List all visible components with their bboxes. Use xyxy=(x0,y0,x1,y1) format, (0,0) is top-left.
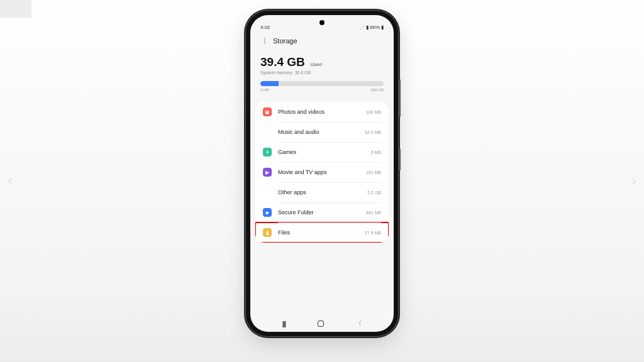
nav-recents[interactable]: ||| xyxy=(282,321,286,327)
category-label: Secure Folder xyxy=(278,209,366,216)
category-label: Photos and videos xyxy=(278,109,366,115)
used-label: Used xyxy=(310,62,322,67)
category-row-music[interactable]: ♪Music and audio52.6 MB xyxy=(255,122,389,142)
category-row-files[interactable]: ▮Files27.9 MB xyxy=(255,222,389,243)
category-size: 27.9 MB xyxy=(365,231,381,235)
wifi-icon: ⋰ xyxy=(360,25,365,30)
secure-icon: ■ xyxy=(263,208,272,217)
category-size: 0 MB xyxy=(371,150,381,155)
category-row-movie[interactable]: ▶Movie and TV apps151 MB xyxy=(255,162,389,182)
apps-icon: ⠿ xyxy=(263,188,272,197)
battery-text: 86% xyxy=(370,25,380,30)
used-amount: 39.4 GB xyxy=(260,55,305,69)
category-list: ▣Photos and videos166 MB♪Music and audio… xyxy=(255,102,389,243)
category-size: 151 MB xyxy=(366,170,381,175)
page-title: Storage xyxy=(273,37,297,45)
storage-summary: 39.4 GB Used System memory: 30.6 GB 0 MB… xyxy=(250,52,394,101)
app-header: 〈 Storage xyxy=(250,30,394,52)
signal-icon: ▮ xyxy=(366,25,369,30)
category-row-photos[interactable]: ▣Photos and videos166 MB xyxy=(255,102,389,122)
battery-icon: ▮ xyxy=(381,25,384,30)
carousel-prev[interactable]: ‹ xyxy=(8,173,12,189)
android-navbar: ||| 〈 xyxy=(250,315,394,332)
category-size: 5.2 GB xyxy=(367,190,381,195)
category-label: Music and audio xyxy=(278,129,365,135)
category-label: Movie and TV apps xyxy=(278,169,366,175)
carousel-next[interactable]: › xyxy=(632,173,636,189)
category-label: Other apps xyxy=(278,189,367,195)
usage-bar-fill xyxy=(260,81,279,86)
category-size: 52.6 MB xyxy=(365,130,381,134)
system-memory: System memory: 30.6 GB xyxy=(260,70,384,75)
photos-icon: ▣ xyxy=(263,107,272,116)
volume-button xyxy=(399,79,401,117)
camera-cutout xyxy=(319,20,325,25)
music-icon: ♪ xyxy=(263,128,272,136)
category-label: Files xyxy=(278,229,365,236)
category-size: 481 MB xyxy=(366,211,381,215)
phone-screen: 4:02 ⋰ ▮ 86% ▮ 〈 Storage 39.4 GB Used Sy… xyxy=(250,15,394,332)
category-row-secure[interactable]: ■Secure Folder481 MB xyxy=(255,202,389,222)
decorative-block xyxy=(0,0,31,18)
files-icon: ▮ xyxy=(263,228,272,237)
nav-back[interactable]: 〈 xyxy=(355,319,362,328)
phone-mockup: 4:02 ⋰ ▮ 86% ▮ 〈 Storage 39.4 GB Used Sy… xyxy=(245,10,399,337)
movie-icon: ▶ xyxy=(263,168,272,177)
power-button xyxy=(399,148,401,170)
category-label: Games xyxy=(278,149,371,155)
status-time: 4:02 xyxy=(260,25,270,30)
games-icon: ✦ xyxy=(263,148,272,156)
nav-home[interactable] xyxy=(318,321,324,327)
category-row-other[interactable]: ⠿Other apps5.2 GB xyxy=(255,182,389,202)
usage-bar xyxy=(260,81,384,86)
bar-min: 0 MB xyxy=(260,88,269,92)
back-button[interactable]: 〈 xyxy=(259,36,267,47)
category-size: 166 MB xyxy=(366,110,381,114)
category-row-games[interactable]: ✦Games0 MB xyxy=(255,142,389,162)
bar-max: 256 GB xyxy=(371,88,384,92)
